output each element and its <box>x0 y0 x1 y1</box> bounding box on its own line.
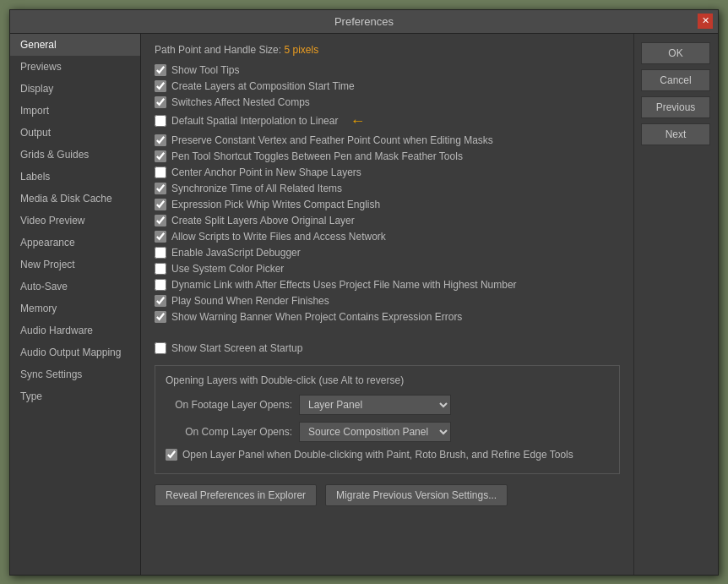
reveal-button[interactable]: Reveal Preferences in Explorer <box>155 484 317 506</box>
checkbox-9[interactable] <box>155 215 166 227</box>
checkbox-label-14: Play Sound When Render Finishes <box>171 295 329 307</box>
startup-section: Show Start Screen at Startup <box>155 342 620 358</box>
checkbox-row-7: Synchronize Time of All Related Items <box>155 183 620 194</box>
arrow-indicator: ← <box>350 112 365 130</box>
checkbox-label-3: Default Spatial Interpolation to Linear <box>171 115 338 127</box>
checkbox-15[interactable] <box>155 311 166 323</box>
checkbox-0[interactable] <box>155 64 166 76</box>
checkbox-label-0: Show Tool Tips <box>171 64 240 76</box>
checkbox-row-13: Dynamic Link with After Effects Uses Pro… <box>155 279 620 291</box>
checkboxes-list: Show Tool TipsCreate Layers at Compositi… <box>155 64 620 327</box>
checkbox-row-14: Play Sound When Render Finishes <box>155 295 620 307</box>
sidebar-item-media-and-disk-cache[interactable]: Media & Disk Cache <box>10 188 140 210</box>
sidebar-item-memory[interactable]: Memory <box>10 297 140 319</box>
checkbox-row-3: Default Spatial Interpolation to Linear← <box>155 112 620 130</box>
checkbox-label-2: Switches Affect Nested Comps <box>171 96 310 108</box>
checkbox-label-7: Synchronize Time of All Related Items <box>171 183 342 194</box>
sidebar-item-audio-output-mapping[interactable]: Audio Output Mapping <box>10 341 140 363</box>
sidebar: GeneralPreviewsDisplayImportOutputGrids … <box>10 34 141 575</box>
comp-layer-row: On Comp Layer Opens: Source Composition … <box>166 422 609 442</box>
ok-button[interactable]: OK <box>641 42 710 64</box>
checkbox-7[interactable] <box>155 183 166 194</box>
sidebar-item-new-project[interactable]: New Project <box>10 254 140 276</box>
open-layer-panel-label: Open Layer Panel when Double-clicking wi… <box>182 449 573 461</box>
checkbox-12[interactable] <box>155 263 166 275</box>
checkbox-label-5: Pen Tool Shortcut Toggles Between Pen an… <box>171 150 463 162</box>
comp-label: On Comp Layer Opens: <box>166 426 292 438</box>
checkbox-row-5: Pen Tool Shortcut Toggles Between Pen an… <box>155 150 620 162</box>
sidebar-item-general[interactable]: General <box>10 34 140 56</box>
sidebar-item-previews[interactable]: Previews <box>10 56 140 78</box>
sidebar-item-appearance[interactable]: Appearance <box>10 232 140 254</box>
checkbox-row-15: Show Warning Banner When Project Contain… <box>155 311 620 323</box>
open-layer-panel-row: Open Layer Panel when Double-clicking wi… <box>166 449 609 461</box>
migrate-button[interactable]: Migrate Previous Version Settings... <box>325 484 508 506</box>
checkbox-label-6: Center Anchor Point in New Shape Layers <box>171 166 361 178</box>
checkbox-4[interactable] <box>155 134 166 146</box>
checkbox-label-1: Create Layers at Composition Start Time <box>171 80 355 92</box>
checkbox-row-6: Center Anchor Point in New Shape Layers <box>155 166 620 178</box>
sidebar-item-video-preview[interactable]: Video Preview <box>10 210 140 232</box>
checkbox-8[interactable] <box>155 199 166 210</box>
sidebar-item-output[interactable]: Output <box>10 122 140 144</box>
sidebar-item-grids-and-guides[interactable]: Grids & Guides <box>10 144 140 166</box>
sidebar-item-type[interactable]: Type <box>10 385 140 407</box>
checkbox-row-2: Switches Affect Nested Comps <box>155 96 620 108</box>
checkbox-10[interactable] <box>155 231 166 243</box>
main-panel: Path Point and Handle Size: 5 pixels Sho… <box>141 34 633 575</box>
open-layer-panel-checkbox[interactable] <box>166 449 177 461</box>
right-panel: OK Cancel Previous Next <box>633 34 718 575</box>
show-start-screen-row: Show Start Screen at Startup <box>155 342 620 354</box>
checkbox-row-1: Create Layers at Composition Start Time <box>155 80 620 92</box>
checkbox-row-12: Use System Color Picker <box>155 263 620 275</box>
checkbox-label-8: Expression Pick Whip Writes Compact Engl… <box>171 199 380 210</box>
checkbox-label-13: Dynamic Link with After Effects Uses Pro… <box>171 279 517 291</box>
dialog-title: Preferences <box>334 15 394 28</box>
footage-label: On Footage Layer Opens: <box>166 399 292 411</box>
checkbox-label-12: Use System Color Picker <box>171 263 284 275</box>
checkbox-label-9: Create Split Layers Above Original Layer <box>171 215 355 227</box>
bottom-buttons: Reveal Preferences in Explorer Migrate P… <box>155 484 620 506</box>
opening-layers-title: Opening Layers with Double-click (use Al… <box>166 374 609 386</box>
titlebar: Preferences ✕ <box>10 10 718 34</box>
close-button[interactable]: ✕ <box>698 14 713 29</box>
checkbox-label-4: Preserve Constant Vertex and Feather Poi… <box>171 134 493 146</box>
previous-button[interactable]: Previous <box>641 96 710 118</box>
path-label: Path Point and Handle Size: <box>155 44 281 56</box>
checkbox-row-9: Create Split Layers Above Original Layer <box>155 215 620 227</box>
comp-select[interactable]: Source Composition PanelComposition Pane… <box>299 422 451 442</box>
show-start-screen-label: Show Start Screen at Startup <box>171 342 302 354</box>
sidebar-item-auto-save[interactable]: Auto-Save <box>10 276 140 297</box>
cancel-button[interactable]: Cancel <box>641 69 710 91</box>
next-button[interactable]: Next <box>641 123 710 145</box>
sidebar-item-audio-hardware[interactable]: Audio Hardware <box>10 319 140 341</box>
checkbox-13[interactable] <box>155 279 166 291</box>
checkbox-label-15: Show Warning Banner When Project Contain… <box>171 311 462 323</box>
path-row: Path Point and Handle Size: 5 pixels <box>155 44 620 56</box>
sidebar-item-display[interactable]: Display <box>10 78 140 100</box>
checkbox-11[interactable] <box>155 247 166 259</box>
preferences-dialog: Preferences ✕ GeneralPreviewsDisplayImpo… <box>9 9 719 576</box>
checkbox-row-4: Preserve Constant Vertex and Feather Poi… <box>155 134 620 146</box>
checkbox-row-10: Allow Scripts to Write Files and Access … <box>155 231 620 243</box>
checkbox-label-11: Enable JavaScript Debugger <box>171 247 301 259</box>
checkbox-row-8: Expression Pick Whip Writes Compact Engl… <box>155 199 620 210</box>
checkbox-row-11: Enable JavaScript Debugger <box>155 247 620 259</box>
checkbox-2[interactable] <box>155 96 166 108</box>
checkbox-label-10: Allow Scripts to Write Files and Access … <box>171 231 386 243</box>
checkbox-row-0: Show Tool Tips <box>155 64 620 76</box>
footage-select[interactable]: Layer PanelFootage Panel <box>299 395 451 415</box>
sidebar-item-sync-settings[interactable]: Sync Settings <box>10 363 140 385</box>
checkbox-6[interactable] <box>155 166 166 178</box>
sidebar-item-import[interactable]: Import <box>10 100 140 122</box>
dialog-content: GeneralPreviewsDisplayImportOutputGrids … <box>10 34 718 575</box>
opening-layers-box: Opening Layers with Double-click (use Al… <box>155 365 620 474</box>
checkbox-5[interactable] <box>155 150 166 162</box>
checkbox-14[interactable] <box>155 295 166 307</box>
sidebar-item-labels[interactable]: Labels <box>10 166 140 188</box>
checkbox-1[interactable] <box>155 80 166 92</box>
checkbox-3[interactable] <box>155 115 166 127</box>
footage-layer-row: On Footage Layer Opens: Layer PanelFoota… <box>166 395 609 415</box>
show-start-screen-checkbox[interactable] <box>155 342 166 354</box>
pixels-link[interactable]: 5 pixels <box>284 44 318 56</box>
